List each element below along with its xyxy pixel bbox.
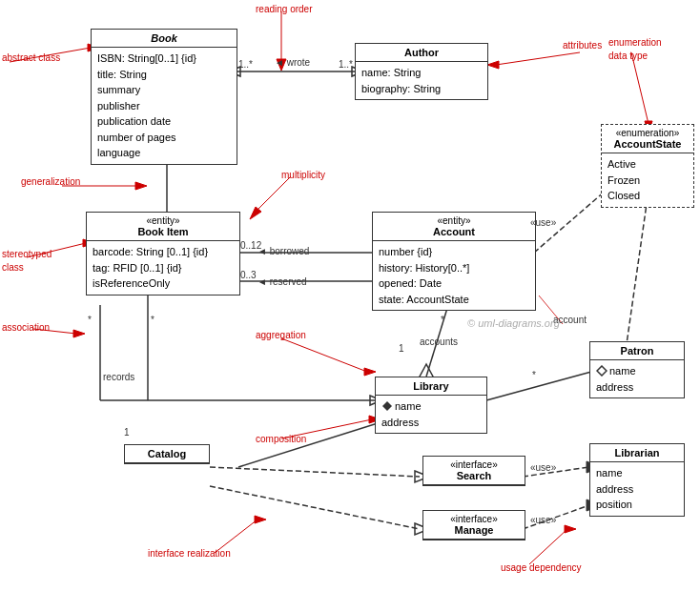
- library-attr-address: address: [381, 415, 481, 431]
- account-attr-1: number {id}: [379, 244, 529, 260]
- mult-star-bookitem: *: [88, 315, 92, 325]
- svg-line-27: [625, 191, 649, 357]
- account-attr-4: state: AccountState: [379, 292, 529, 308]
- patron-class: Patron name address: [589, 341, 685, 398]
- aggregation-label: aggregation: [256, 330, 306, 340]
- bookitem-title: Book Item: [137, 226, 188, 237]
- bookitem-header: «entity» Book Item: [87, 213, 239, 241]
- catalog-header: Catalog: [125, 445, 209, 463]
- multiplicity-label: multiplicity: [281, 170, 325, 180]
- bookitem-attr-1: barcode: String [0..1] {id}: [93, 244, 234, 260]
- catalog-class: Catalog: [124, 444, 210, 464]
- library-attr-name: name: [381, 398, 481, 415]
- account-attr-2: history: History[0..*]: [379, 260, 529, 276]
- catalog-title: Catalog: [148, 448, 186, 459]
- librarian-attr-2: address: [596, 481, 678, 498]
- mult-1star-author: 1..*: [339, 59, 353, 70]
- book-attr-1: ISBN: String[0..1] {id}: [97, 51, 231, 67]
- bookitem-class: «entity» Book Item barcode: String [0..1…: [86, 212, 240, 296]
- usage-dependency-label: usage dependency: [501, 562, 582, 573]
- librarian-header: Librarian: [590, 444, 684, 462]
- svg-marker-52: [487, 61, 499, 69]
- svg-marker-42: [73, 330, 85, 337]
- account-attr-3: opened: Date: [379, 275, 529, 292]
- mult-1-lib: 1: [399, 343, 404, 354]
- book-attr-7: language: [97, 145, 231, 161]
- mult-012: 0..12: [240, 240, 261, 251]
- association-label: association: [2, 322, 50, 333]
- svg-marker-40: [364, 368, 376, 376]
- use-manage: «use»: [530, 515, 556, 525]
- library-title: Library: [413, 380, 448, 392]
- book-header: Book: [92, 30, 237, 48]
- author-body: name: String biography: String: [356, 62, 487, 99]
- account-header: «entity» Account: [373, 213, 535, 241]
- library-header: Library: [376, 377, 486, 396]
- accountstate-body: Active Frozen Closed: [602, 153, 693, 207]
- svg-line-19: [210, 467, 420, 477]
- account-class: «entity» Account number {id} history: Hi…: [372, 212, 536, 311]
- svg-marker-34: [250, 207, 261, 219]
- svg-line-33: [257, 176, 291, 210]
- patron-attr-name: name: [596, 363, 678, 379]
- book-attr-2: title: String: [97, 67, 231, 83]
- svg-line-49: [631, 52, 649, 124]
- svg-line-51: [496, 52, 580, 65]
- bookitem-stereotype: «entity»: [93, 215, 234, 226]
- svg-marker-48: [565, 525, 576, 533]
- mult-star-account: *: [441, 315, 444, 325]
- book-title: Book: [151, 32, 177, 44]
- manage-header: «interface» Manage: [423, 511, 525, 540]
- author-attr-1: name: String: [361, 65, 482, 81]
- manage-class: «interface» Manage: [422, 510, 525, 540]
- book-attr-3: summary: [97, 82, 231, 98]
- svg-line-47: [529, 529, 567, 564]
- bookitem-body: barcode: String [0..1] {id} tag: RFID [0…: [87, 241, 239, 295]
- account-stereotype: «entity»: [379, 215, 529, 226]
- svg-marker-56: [597, 366, 607, 376]
- librarian-attr-1: name: [596, 465, 678, 481]
- enumeration-data-type-label: enumerationdata type: [608, 36, 662, 63]
- diagram-container: Book ISBN: String[0..1] {id} title: Stri…: [0, 0, 700, 591]
- svg-marker-36: [135, 182, 147, 190]
- accountstate-title: AccountState: [614, 138, 682, 150]
- svg-line-16: [486, 372, 591, 400]
- accountstate-class: «enumeration» AccountState Active Frozen…: [601, 124, 694, 208]
- attributes-label: attributes: [563, 40, 602, 51]
- book-attr-6: number of pages: [97, 130, 231, 146]
- svg-line-21: [210, 486, 420, 529]
- librarian-class: Librarian name address position: [589, 443, 685, 517]
- book-class: Book ISBN: String[0..1] {id} title: Stri…: [91, 29, 237, 165]
- search-header: «interface» Search: [423, 457, 525, 485]
- reserved-label: ◄ reserved: [257, 276, 307, 287]
- author-attr-2: biography: String: [361, 81, 482, 97]
- accountstate-header: «enumeration» AccountState: [602, 125, 693, 153]
- library-body: name address: [376, 396, 486, 433]
- patron-body: name address: [590, 360, 684, 397]
- librarian-title: Librarian: [614, 447, 659, 459]
- accountstate-attr-1: Active: [607, 156, 688, 173]
- svg-marker-55: [382, 401, 392, 411]
- use-search: «use»: [530, 462, 556, 473]
- reading-order-label: reading order: [256, 4, 312, 14]
- librarian-attr-3: position: [596, 497, 678, 513]
- accountstate-attr-3: Closed: [607, 188, 688, 204]
- author-class: Author name: String biography: String: [355, 43, 488, 100]
- search-title: Search: [457, 470, 492, 481]
- book-attr-5: publication date: [97, 113, 231, 130]
- svg-line-39: [281, 338, 367, 372]
- mult-star-bookitem2: *: [151, 315, 154, 325]
- generalization-label: generalization: [21, 176, 80, 187]
- patron-attr-address: address: [596, 379, 678, 396]
- librarian-body: name address position: [590, 462, 684, 516]
- interface-realization-label: interface realization: [148, 548, 231, 559]
- bookitem-attr-2: tag: RFID [0..1] {id}: [93, 260, 234, 276]
- patron-header: Patron: [590, 342, 684, 360]
- library-class: Library name address: [375, 377, 487, 434]
- use-account-state: «use»: [530, 217, 556, 228]
- stereotyped-class-label: stereotypedclass: [2, 248, 51, 275]
- book-attr-4: publisher: [97, 98, 231, 114]
- accountstate-stereotype: «enumeration»: [607, 128, 688, 138]
- account-title: Account: [433, 226, 475, 237]
- borrowed-label: ◄ borrowed: [257, 246, 309, 256]
